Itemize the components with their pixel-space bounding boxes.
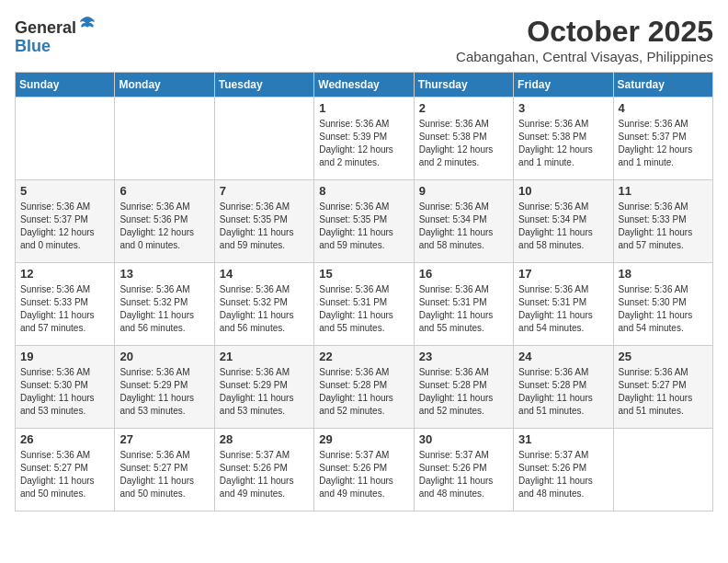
day-number: 12 xyxy=(20,267,109,281)
calendar-cell: 5Sunrise: 5:36 AMSunset: 5:37 PMDaylight… xyxy=(16,180,115,263)
calendar-cell: 3Sunrise: 5:36 AMSunset: 5:38 PMDaylight… xyxy=(514,98,613,180)
day-info: Sunrise: 5:37 AMSunset: 5:26 PMDaylight:… xyxy=(518,449,608,500)
day-info: Sunrise: 5:37 AMSunset: 5:26 PMDaylight:… xyxy=(319,449,408,500)
page-header: General Blue October 2025 Cabangahan, Ce… xyxy=(15,15,713,64)
day-number: 30 xyxy=(419,432,508,446)
week-row-3: 12Sunrise: 5:36 AMSunset: 5:33 PMDayligh… xyxy=(16,263,713,346)
day-info: Sunrise: 5:36 AMSunset: 5:29 PMDaylight:… xyxy=(220,366,309,418)
day-info: Sunrise: 5:36 AMSunset: 5:33 PMDaylight:… xyxy=(20,283,109,335)
day-info: Sunrise: 5:36 AMSunset: 5:36 PMDaylight:… xyxy=(119,201,209,252)
day-number: 9 xyxy=(419,184,508,198)
day-info: Sunrise: 5:36 AMSunset: 5:31 PMDaylight:… xyxy=(319,283,408,335)
calendar-cell: 25Sunrise: 5:36 AMSunset: 5:27 PMDayligh… xyxy=(613,346,712,429)
day-info: Sunrise: 5:36 AMSunset: 5:35 PMDaylight:… xyxy=(319,201,408,252)
day-number: 10 xyxy=(518,184,608,198)
month-title: October 2025 xyxy=(456,15,713,49)
calendar-cell: 13Sunrise: 5:36 AMSunset: 5:32 PMDayligh… xyxy=(115,263,214,346)
week-row-4: 19Sunrise: 5:36 AMSunset: 5:30 PMDayligh… xyxy=(16,346,713,429)
day-number: 6 xyxy=(119,184,209,198)
calendar-cell: 8Sunrise: 5:36 AMSunset: 5:35 PMDaylight… xyxy=(314,180,414,263)
calendar-cell: 27Sunrise: 5:36 AMSunset: 5:27 PMDayligh… xyxy=(115,429,214,511)
header-wednesday: Wednesday xyxy=(314,73,414,98)
day-number: 28 xyxy=(220,432,309,446)
day-number: 18 xyxy=(619,267,708,281)
location-title: Cabangahan, Central Visayas, Philippines xyxy=(456,49,713,64)
week-row-1: 1Sunrise: 5:36 AMSunset: 5:39 PMDaylight… xyxy=(16,98,713,180)
calendar-cell xyxy=(613,429,712,511)
calendar-cell: 28Sunrise: 5:37 AMSunset: 5:26 PMDayligh… xyxy=(214,429,313,511)
day-info: Sunrise: 5:36 AMSunset: 5:27 PMDaylight:… xyxy=(20,449,109,500)
day-info: Sunrise: 5:36 AMSunset: 5:37 PMDaylight:… xyxy=(20,201,109,252)
calendar-cell xyxy=(16,98,115,180)
day-number: 26 xyxy=(20,432,109,446)
day-number: 11 xyxy=(619,184,708,198)
day-info: Sunrise: 5:36 AMSunset: 5:35 PMDaylight:… xyxy=(220,201,309,252)
day-number: 31 xyxy=(518,432,608,446)
day-number: 14 xyxy=(220,267,309,281)
calendar-cell xyxy=(214,98,313,180)
calendar-cell: 30Sunrise: 5:37 AMSunset: 5:26 PMDayligh… xyxy=(414,429,513,511)
day-number: 19 xyxy=(20,350,109,363)
calendar-cell: 31Sunrise: 5:37 AMSunset: 5:26 PMDayligh… xyxy=(514,429,613,511)
calendar-cell: 9Sunrise: 5:36 AMSunset: 5:34 PMDaylight… xyxy=(414,180,513,263)
day-number: 27 xyxy=(119,432,209,446)
week-row-5: 26Sunrise: 5:36 AMSunset: 5:27 PMDayligh… xyxy=(16,429,713,511)
header-sunday: Sunday xyxy=(16,73,115,98)
day-number: 3 xyxy=(518,101,608,115)
calendar-cell: 20Sunrise: 5:36 AMSunset: 5:29 PMDayligh… xyxy=(115,346,214,429)
calendar-cell: 7Sunrise: 5:36 AMSunset: 5:35 PMDaylight… xyxy=(214,180,313,263)
logo-bird-icon xyxy=(78,15,97,33)
day-info: Sunrise: 5:36 AMSunset: 5:38 PMDaylight:… xyxy=(518,118,608,169)
logo-general: General xyxy=(15,18,76,37)
calendar-cell: 26Sunrise: 5:36 AMSunset: 5:27 PMDayligh… xyxy=(16,429,115,511)
logo: General Blue xyxy=(15,15,97,56)
day-info: Sunrise: 5:36 AMSunset: 5:30 PMDaylight:… xyxy=(619,283,708,335)
day-number: 25 xyxy=(619,350,708,363)
header-monday: Monday xyxy=(115,73,214,98)
day-info: Sunrise: 5:36 AMSunset: 5:27 PMDaylight:… xyxy=(119,449,209,500)
day-number: 17 xyxy=(518,267,608,281)
day-number: 1 xyxy=(319,101,408,115)
day-info: Sunrise: 5:36 AMSunset: 5:28 PMDaylight:… xyxy=(319,366,408,418)
day-number: 23 xyxy=(419,350,508,363)
day-info: Sunrise: 5:37 AMSunset: 5:26 PMDaylight:… xyxy=(419,449,508,500)
day-info: Sunrise: 5:36 AMSunset: 5:30 PMDaylight:… xyxy=(20,366,109,418)
day-info: Sunrise: 5:36 AMSunset: 5:34 PMDaylight:… xyxy=(518,201,608,252)
day-info: Sunrise: 5:36 AMSunset: 5:37 PMDaylight:… xyxy=(619,118,708,169)
calendar-cell: 22Sunrise: 5:36 AMSunset: 5:28 PMDayligh… xyxy=(314,346,414,429)
calendar-cell: 1Sunrise: 5:36 AMSunset: 5:39 PMDaylight… xyxy=(314,98,414,180)
week-row-2: 5Sunrise: 5:36 AMSunset: 5:37 PMDaylight… xyxy=(16,180,713,263)
day-number: 13 xyxy=(119,267,209,281)
calendar-header-row: SundayMondayTuesdayWednesdayThursdayFrid… xyxy=(16,73,713,98)
day-number: 5 xyxy=(20,184,109,198)
day-number: 15 xyxy=(319,267,408,281)
day-number: 8 xyxy=(319,184,408,198)
calendar-cell: 4Sunrise: 5:36 AMSunset: 5:37 PMDaylight… xyxy=(613,98,712,180)
day-number: 16 xyxy=(419,267,508,281)
calendar-cell: 23Sunrise: 5:36 AMSunset: 5:28 PMDayligh… xyxy=(414,346,513,429)
calendar-cell: 2Sunrise: 5:36 AMSunset: 5:38 PMDaylight… xyxy=(414,98,513,180)
day-info: Sunrise: 5:36 AMSunset: 5:28 PMDaylight:… xyxy=(518,366,608,418)
calendar-cell: 21Sunrise: 5:36 AMSunset: 5:29 PMDayligh… xyxy=(214,346,313,429)
calendar-cell xyxy=(115,98,214,180)
day-number: 21 xyxy=(220,350,309,363)
header-tuesday: Tuesday xyxy=(214,73,313,98)
day-info: Sunrise: 5:37 AMSunset: 5:26 PMDaylight:… xyxy=(220,449,309,500)
day-info: Sunrise: 5:36 AMSunset: 5:29 PMDaylight:… xyxy=(119,366,209,418)
calendar-body: 1Sunrise: 5:36 AMSunset: 5:39 PMDaylight… xyxy=(16,98,713,511)
day-info: Sunrise: 5:36 AMSunset: 5:28 PMDaylight:… xyxy=(419,366,508,418)
calendar-cell: 16Sunrise: 5:36 AMSunset: 5:31 PMDayligh… xyxy=(414,263,513,346)
calendar-cell: 15Sunrise: 5:36 AMSunset: 5:31 PMDayligh… xyxy=(314,263,414,346)
day-info: Sunrise: 5:36 AMSunset: 5:33 PMDaylight:… xyxy=(619,201,708,252)
calendar-cell: 29Sunrise: 5:37 AMSunset: 5:26 PMDayligh… xyxy=(314,429,414,511)
header-friday: Friday xyxy=(514,73,613,98)
calendar-cell: 14Sunrise: 5:36 AMSunset: 5:32 PMDayligh… xyxy=(214,263,313,346)
calendar-cell: 12Sunrise: 5:36 AMSunset: 5:33 PMDayligh… xyxy=(16,263,115,346)
calendar-cell: 17Sunrise: 5:36 AMSunset: 5:31 PMDayligh… xyxy=(514,263,613,346)
day-info: Sunrise: 5:36 AMSunset: 5:31 PMDaylight:… xyxy=(518,283,608,335)
day-number: 20 xyxy=(119,350,209,363)
day-info: Sunrise: 5:36 AMSunset: 5:32 PMDaylight:… xyxy=(119,283,209,335)
day-number: 22 xyxy=(319,350,408,363)
day-number: 2 xyxy=(419,101,508,115)
calendar-cell: 6Sunrise: 5:36 AMSunset: 5:36 PMDaylight… xyxy=(115,180,214,263)
